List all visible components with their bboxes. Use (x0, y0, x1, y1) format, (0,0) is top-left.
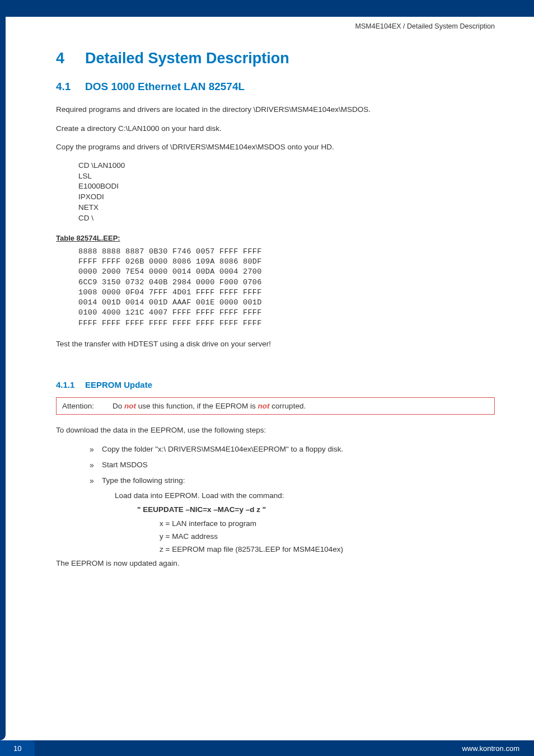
section-number: 4.1 (56, 81, 85, 93)
header-strip (0, 0, 534, 17)
chapter-number: 4 (56, 50, 85, 67)
list-item: Start MSDOS (90, 459, 495, 471)
paragraph-intro-3: Copy the programs and drivers of \DRIVER… (56, 142, 495, 153)
attention-text-mid: use this function, if the EEPROM is (136, 402, 258, 410)
footer-url[interactable]: www.kontron.com (462, 744, 519, 753)
hex-dump: 8888 8888 8887 0B30 F746 0057 FFFF FFFF … (78, 247, 495, 328)
attention-not-2: not (258, 402, 270, 410)
paragraph-intro-2: Create a directory C:\LAN1000 on your ha… (56, 123, 495, 134)
left-edge-decoration (0, 17, 6, 740)
chapter-title: Detailed System Description (85, 50, 289, 67)
chapter-heading: 4Detailed System Description (56, 50, 495, 67)
attention-box: Attention:Do not use this function, if t… (56, 397, 495, 415)
attention-text-post: corrupted. (270, 402, 306, 410)
list-item: Copy the folder "x:\ DRIVERS\MSM4E104ex\… (90, 444, 495, 455)
page-footer: 10 www.kontron.com (0, 740, 534, 756)
attention-not-1: not (124, 402, 136, 410)
command-line: E1000BODI (78, 181, 495, 192)
step-detail-load: Load data into EEPROM. Load with the com… (115, 491, 495, 500)
page-content: 4Detailed System Description 4.1DOS 1000… (0, 30, 534, 569)
command-line: CD \ (78, 213, 495, 224)
section-heading: 4.1DOS 1000 Ethernet LAN 82574L (56, 81, 495, 93)
paragraph-posthex: Test the transfer with HDTEST using a di… (56, 339, 495, 350)
eeprom-intro: To download the data in the EEPROM, use … (56, 425, 495, 436)
section-title: DOS 1000 Ethernet LAN 82574L (85, 81, 245, 92)
list-item: Type the following string: (90, 475, 495, 486)
step-detail-z: z = EEPROM map file (82573L.EEP for MSM4… (160, 545, 495, 553)
table-label: Table 82574L.EEP: (56, 234, 495, 242)
command-line: NETX (78, 203, 495, 213)
command-block: CD \LAN1000 LSL E1000BODI IPXODI NETX CD… (78, 161, 495, 224)
command-line: LSL (78, 171, 495, 182)
subsection-title: EEPROM Update (85, 380, 152, 389)
subsection-heading: 4.1.1EEPROM Update (56, 380, 495, 389)
paragraph-outro: The EEPROM is now updated again. (56, 558, 495, 569)
step-detail-y: y = MAC address (160, 532, 495, 541)
step-detail-x: x = LAN interface to program (160, 519, 495, 528)
breadcrumb: MSM4E104EX / Detailed System Description (0, 17, 534, 30)
paragraph-intro-1: Required programs and drivers are locate… (56, 104, 495, 115)
command-line: CD \LAN1000 (78, 161, 495, 171)
command-line: IPXODI (78, 192, 495, 203)
steps-list: Copy the folder "x:\ DRIVERS\MSM4E104ex\… (90, 444, 495, 487)
subsection-number: 4.1.1 (56, 380, 85, 389)
attention-text-pre: Do (113, 402, 124, 410)
step-detail-command: " EEUPDATE –NIC=x –MAC=y –d z " (137, 505, 495, 514)
page-number: 10 (0, 740, 35, 756)
attention-label: Attention: (62, 402, 113, 410)
